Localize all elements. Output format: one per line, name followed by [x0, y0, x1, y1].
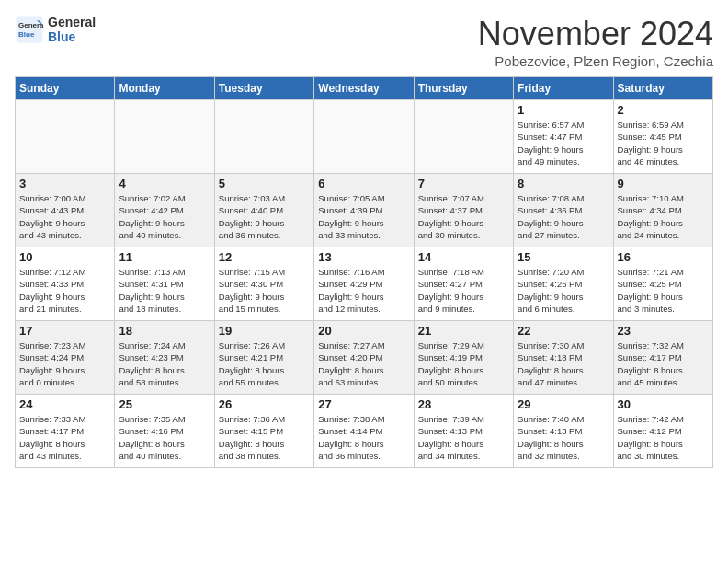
day-info: Sunrise: 7:05 AM Sunset: 4:39 PM Dayligh… — [318, 192, 409, 241]
day-number: 29 — [518, 397, 609, 411]
calendar-cell: 16Sunrise: 7:21 AM Sunset: 4:25 PM Dayli… — [613, 247, 712, 321]
calendar-cell: 26Sunrise: 7:36 AM Sunset: 4:15 PM Dayli… — [214, 395, 313, 468]
logo-text-blue: Blue — [48, 29, 96, 44]
calendar-cell — [414, 100, 513, 174]
day-number: 17 — [19, 324, 110, 338]
day-info: Sunrise: 7:12 AM Sunset: 4:33 PM Dayligh… — [19, 266, 110, 315]
day-info: Sunrise: 7:21 AM Sunset: 4:25 PM Dayligh… — [618, 266, 709, 315]
calendar-cell: 30Sunrise: 7:42 AM Sunset: 4:12 PM Dayli… — [613, 395, 712, 468]
calendar-cell: 20Sunrise: 7:27 AM Sunset: 4:20 PM Dayli… — [314, 321, 414, 395]
calendar-cell: 10Sunrise: 7:12 AM Sunset: 4:33 PM Dayli… — [16, 247, 115, 321]
weekday-header-sunday: Sunday — [16, 77, 115, 100]
weekday-header-monday: Monday — [115, 77, 214, 100]
header: General Blue General Blue November 2024 … — [15, 15, 713, 69]
day-number: 18 — [119, 324, 210, 338]
calendar-cell: 1Sunrise: 6:57 AM Sunset: 4:47 PM Daylig… — [514, 100, 613, 174]
day-info: Sunrise: 7:15 AM Sunset: 4:30 PM Dayligh… — [219, 266, 310, 315]
day-info: Sunrise: 7:07 AM Sunset: 4:37 PM Dayligh… — [418, 192, 509, 241]
day-number: 23 — [618, 324, 709, 338]
day-number: 1 — [518, 103, 609, 117]
day-number: 13 — [318, 250, 409, 264]
day-number: 20 — [318, 324, 409, 338]
calendar-cell: 18Sunrise: 7:24 AM Sunset: 4:23 PM Dayli… — [115, 321, 214, 395]
month-title: November 2024 — [478, 15, 713, 53]
day-info: Sunrise: 6:57 AM Sunset: 4:47 PM Dayligh… — [518, 119, 609, 167]
calendar-cell: 15Sunrise: 7:20 AM Sunset: 4:26 PM Dayli… — [514, 247, 613, 321]
title-block: November 2024 Pobezovice, Plzen Region, … — [478, 15, 713, 69]
calendar-cell: 7Sunrise: 7:07 AM Sunset: 4:37 PM Daylig… — [414, 174, 513, 247]
day-info: Sunrise: 7:32 AM Sunset: 4:17 PM Dayligh… — [618, 339, 709, 388]
day-number: 15 — [518, 250, 609, 264]
calendar-table: SundayMondayTuesdayWednesdayThursdayFrid… — [15, 76, 713, 468]
calendar-cell — [16, 100, 115, 174]
day-info: Sunrise: 7:23 AM Sunset: 4:24 PM Dayligh… — [19, 339, 110, 388]
day-info: Sunrise: 7:13 AM Sunset: 4:31 PM Dayligh… — [119, 266, 210, 315]
day-info: Sunrise: 7:40 AM Sunset: 4:13 PM Dayligh… — [518, 413, 609, 462]
calendar-cell: 27Sunrise: 7:38 AM Sunset: 4:14 PM Dayli… — [314, 395, 414, 468]
day-number: 6 — [318, 177, 409, 190]
logo-icon: General Blue — [15, 15, 44, 44]
weekday-header-thursday: Thursday — [414, 77, 513, 100]
day-number: 4 — [119, 177, 210, 190]
calendar-cell: 3Sunrise: 7:00 AM Sunset: 4:43 PM Daylig… — [16, 174, 115, 247]
calendar-week-row: 1Sunrise: 6:57 AM Sunset: 4:47 PM Daylig… — [16, 100, 713, 174]
calendar-cell: 25Sunrise: 7:35 AM Sunset: 4:16 PM Dayli… — [115, 395, 214, 468]
day-info: Sunrise: 7:27 AM Sunset: 4:20 PM Dayligh… — [318, 339, 409, 388]
day-info: Sunrise: 7:29 AM Sunset: 4:19 PM Dayligh… — [418, 339, 509, 388]
calendar-cell: 24Sunrise: 7:33 AM Sunset: 4:17 PM Dayli… — [16, 395, 115, 468]
day-number: 7 — [418, 177, 509, 190]
calendar-cell: 21Sunrise: 7:29 AM Sunset: 4:19 PM Dayli… — [414, 321, 513, 395]
day-number: 9 — [618, 177, 709, 190]
day-number: 5 — [219, 177, 310, 190]
day-info: Sunrise: 7:02 AM Sunset: 4:42 PM Dayligh… — [119, 192, 210, 241]
weekday-header-saturday: Saturday — [613, 77, 712, 100]
day-info: Sunrise: 7:18 AM Sunset: 4:27 PM Dayligh… — [418, 266, 509, 315]
calendar-cell: 19Sunrise: 7:26 AM Sunset: 4:21 PM Dayli… — [214, 321, 313, 395]
day-info: Sunrise: 7:00 AM Sunset: 4:43 PM Dayligh… — [19, 192, 110, 241]
weekday-header-row: SundayMondayTuesdayWednesdayThursdayFrid… — [16, 77, 713, 100]
day-number: 19 — [219, 324, 310, 338]
day-number: 22 — [518, 324, 609, 338]
logo: General Blue General Blue — [15, 15, 96, 44]
calendar-cell: 12Sunrise: 7:15 AM Sunset: 4:30 PM Dayli… — [214, 247, 313, 321]
day-number: 11 — [119, 250, 210, 264]
day-number: 14 — [418, 250, 509, 264]
day-info: Sunrise: 7:20 AM Sunset: 4:26 PM Dayligh… — [518, 266, 609, 315]
calendar-cell: 28Sunrise: 7:39 AM Sunset: 4:13 PM Dayli… — [414, 395, 513, 468]
calendar-cell: 17Sunrise: 7:23 AM Sunset: 4:24 PM Dayli… — [16, 321, 115, 395]
calendar-week-row: 24Sunrise: 7:33 AM Sunset: 4:17 PM Dayli… — [16, 395, 713, 468]
calendar-cell: 5Sunrise: 7:03 AM Sunset: 4:40 PM Daylig… — [214, 174, 313, 247]
calendar-cell: 6Sunrise: 7:05 AM Sunset: 4:39 PM Daylig… — [314, 174, 414, 247]
day-info: Sunrise: 7:38 AM Sunset: 4:14 PM Dayligh… — [318, 413, 409, 462]
day-number: 8 — [518, 177, 609, 190]
day-number: 21 — [418, 324, 509, 338]
calendar-cell — [214, 100, 313, 174]
calendar-cell: 11Sunrise: 7:13 AM Sunset: 4:31 PM Dayli… — [115, 247, 214, 321]
calendar-cell: 2Sunrise: 6:59 AM Sunset: 4:45 PM Daylig… — [613, 100, 712, 174]
calendar-cell: 22Sunrise: 7:30 AM Sunset: 4:18 PM Dayli… — [514, 321, 613, 395]
day-number: 3 — [19, 177, 110, 190]
day-info: Sunrise: 7:03 AM Sunset: 4:40 PM Dayligh… — [219, 192, 310, 241]
day-number: 25 — [119, 397, 210, 411]
day-number: 26 — [219, 397, 310, 411]
day-info: Sunrise: 7:33 AM Sunset: 4:17 PM Dayligh… — [19, 413, 110, 462]
day-number: 28 — [418, 397, 509, 411]
calendar-cell: 23Sunrise: 7:32 AM Sunset: 4:17 PM Dayli… — [613, 321, 712, 395]
calendar-week-row: 3Sunrise: 7:00 AM Sunset: 4:43 PM Daylig… — [16, 174, 713, 247]
calendar-cell: 13Sunrise: 7:16 AM Sunset: 4:29 PM Dayli… — [314, 247, 414, 321]
svg-text:Blue: Blue — [18, 30, 35, 39]
calendar-week-row: 17Sunrise: 7:23 AM Sunset: 4:24 PM Dayli… — [16, 321, 713, 395]
weekday-header-wednesday: Wednesday — [314, 77, 414, 100]
calendar-cell: 4Sunrise: 7:02 AM Sunset: 4:42 PM Daylig… — [115, 174, 214, 247]
day-number: 2 — [618, 103, 709, 117]
day-info: Sunrise: 7:30 AM Sunset: 4:18 PM Dayligh… — [518, 339, 609, 388]
weekday-header-tuesday: Tuesday — [214, 77, 313, 100]
day-info: Sunrise: 7:35 AM Sunset: 4:16 PM Dayligh… — [119, 413, 210, 462]
calendar-cell: 29Sunrise: 7:40 AM Sunset: 4:13 PM Dayli… — [514, 395, 613, 468]
day-info: Sunrise: 7:24 AM Sunset: 4:23 PM Dayligh… — [119, 339, 210, 388]
day-info: Sunrise: 7:16 AM Sunset: 4:29 PM Dayligh… — [318, 266, 409, 315]
calendar-week-row: 10Sunrise: 7:12 AM Sunset: 4:33 PM Dayli… — [16, 247, 713, 321]
day-number: 16 — [618, 250, 709, 264]
day-info: Sunrise: 7:36 AM Sunset: 4:15 PM Dayligh… — [219, 413, 310, 462]
day-info: Sunrise: 6:59 AM Sunset: 4:45 PM Dayligh… — [618, 119, 709, 167]
